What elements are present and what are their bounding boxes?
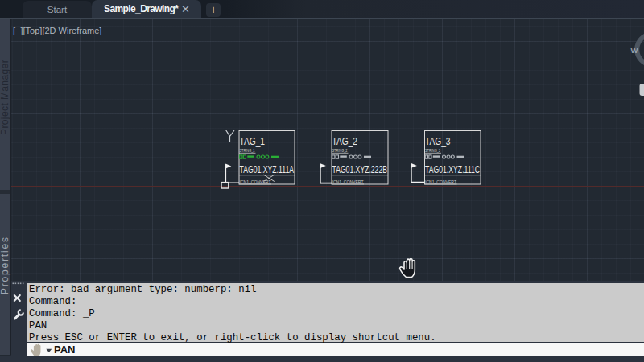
svg-text:TAG01.XYZ.222B: TAG01.XYZ.222B (332, 163, 388, 175)
svg-text:W: W (631, 46, 638, 55)
svg-text:STRING_1: STRING_1 (240, 148, 255, 153)
svg-text:TAG_3: TAG_3 (425, 135, 451, 147)
svg-text:TAG_2: TAG_2 (332, 135, 358, 147)
svg-text:TAG01.XYZ.111A: TAG01.XYZ.111A (240, 163, 295, 175)
svg-text:STRING_3: STRING_3 (425, 148, 440, 153)
svg-text:STRING_2: STRING_2 (332, 148, 348, 153)
svg-text:TAG01.XYZ.111C: TAG01.XYZ.111C (425, 163, 480, 175)
svg-text:TAG_1: TAG_1 (240, 135, 266, 147)
svg-text:ICN1_CONVERT: ICN1_CONVERT (425, 179, 457, 184)
svg-text:ICN1_CONVERT: ICN1_CONVERT (240, 179, 272, 184)
svg-text:ICN1_CONVERT: ICN1_CONVERT (332, 179, 365, 184)
